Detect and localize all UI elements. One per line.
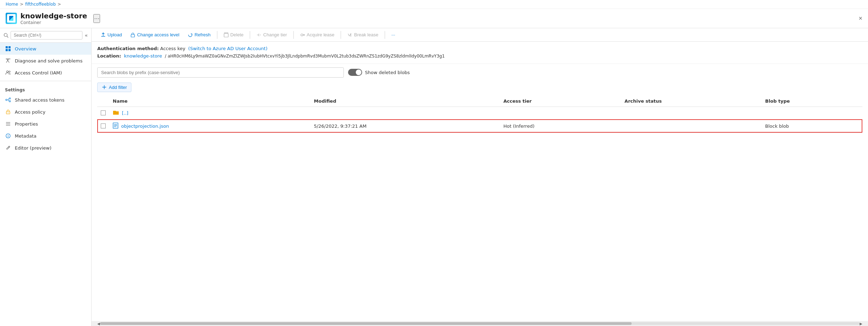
file-name-link[interactable]: objectprojection.json [121, 123, 169, 129]
upload-button[interactable]: Upload [97, 30, 125, 39]
main-content: Upload Change access level Refresh Delet… [92, 28, 868, 326]
refresh-icon [188, 32, 193, 37]
folder-icon [113, 110, 119, 116]
sidebar-item-iam[interactable]: Access Control (IAM) [0, 67, 91, 79]
iam-icon [5, 70, 11, 76]
file-icon [113, 122, 118, 130]
scroll-thumb[interactable] [100, 322, 632, 325]
scroll-right-arrow[interactable]: ▶ [860, 322, 862, 326]
toolbar-sep-1 [217, 31, 217, 39]
svg-point-9 [9, 98, 11, 99]
toolbar-sep-4 [341, 31, 341, 39]
metadata-icon [5, 133, 11, 139]
row-checkbox[interactable] [101, 110, 106, 115]
sidebar-search-box: « [0, 28, 91, 43]
toolbar: Upload Change access level Refresh Delet… [92, 28, 868, 42]
sidebar-item-editor-label: Editor (preview) [15, 145, 51, 151]
location-link[interactable]: knowledge-store [124, 53, 162, 59]
delete-button[interactable]: Delete [220, 30, 247, 39]
scroll-left-arrow[interactable]: ◀ [97, 322, 100, 326]
col-modified: Modified [310, 96, 500, 107]
table-row[interactable]: [..] [97, 107, 862, 119]
breadcrumb-home[interactable]: Home [6, 2, 18, 7]
collapse-sidebar-button[interactable]: « [85, 32, 88, 38]
add-filter-button[interactable]: Add filter [97, 83, 131, 92]
refresh-button[interactable]: Refresh [184, 30, 214, 39]
editor-icon [5, 145, 11, 151]
svg-line-19 [8, 147, 9, 147]
auth-info: Authentication method: Access key (Switc… [92, 42, 868, 64]
top-bar: knowledge-store Container ··· × [0, 9, 868, 28]
sidebar-item-iam-label: Access Control (IAM) [15, 70, 62, 76]
svg-rect-2 [6, 46, 8, 48]
breadcrumb-sep1: > [20, 2, 23, 7]
app-icon [6, 13, 17, 24]
table-row[interactable]: objectprojection.json5/26/2022, 9:37:21 … [97, 119, 862, 133]
sidebar-search-input[interactable] [11, 31, 82, 40]
blob-table: Name Modified Access tier Archive status… [97, 96, 862, 133]
sidebar-item-diagnose[interactable]: Diagnose and solve problems [0, 55, 91, 67]
close-button[interactable]: × [858, 15, 862, 22]
row-checkbox[interactable] [101, 123, 106, 128]
blob-table-container: Name Modified Access tier Archive status… [92, 96, 868, 321]
location-label: Location: [97, 53, 121, 59]
change-tier-button[interactable]: Change tier [253, 30, 290, 39]
cell-archive-status [621, 107, 762, 119]
col-archive-status: Archive status [621, 96, 762, 107]
sidebar-item-editor[interactable]: Editor (preview) [0, 142, 91, 154]
cell-modified: 5/26/2022, 9:37:21 AM [310, 119, 500, 133]
break-lease-icon [347, 32, 352, 37]
table-header: Name Modified Access tier Archive status… [97, 96, 862, 107]
sidebar-item-metadata[interactable]: Metadata [0, 130, 91, 142]
scroll-track[interactable] [100, 322, 860, 325]
blob-search-input[interactable] [97, 67, 344, 78]
sidebar: « Overview Diagnose and solve problems A… [0, 28, 92, 326]
toolbar-sep-5 [385, 31, 385, 39]
sidebar-divider [0, 81, 91, 81]
file-name-link[interactable]: [..] [122, 110, 128, 116]
diagnose-icon [5, 58, 11, 64]
select-all-header [97, 96, 109, 107]
sidebar-item-access-policy[interactable]: Access policy [0, 106, 91, 118]
auth-method-text: Access key [160, 46, 185, 51]
sidebar-item-properties-label: Properties [15, 121, 38, 127]
sidebar-item-overview[interactable]: Overview [0, 43, 91, 55]
breadcrumb-account[interactable]: fifthcoffeeblob [25, 2, 56, 7]
filter-row: Add filter [92, 81, 868, 96]
settings-section-label: Settings [0, 83, 91, 94]
delete-icon [224, 32, 229, 37]
resource-subtitle: Container [20, 20, 87, 25]
location-path: / aHR0cHM6Ly9maWZ0aGNvZmZlZWJsb2IubHVtcx… [165, 54, 445, 59]
svg-point-7 [9, 71, 10, 72]
cell-access-tier: Hot (Inferred) [500, 119, 621, 133]
svg-rect-3 [8, 46, 11, 48]
acquire-lease-button[interactable]: Acquire lease [297, 30, 338, 39]
resource-title: knowledge-store [20, 12, 87, 20]
cell-access-tier [500, 107, 621, 119]
svg-point-25 [301, 34, 303, 36]
toolbar-sep-2 [250, 31, 250, 39]
upload-icon [101, 32, 106, 37]
sidebar-item-diagnose-label: Diagnose and solve problems [15, 58, 82, 64]
more-options-button[interactable]: ··· [93, 14, 100, 23]
switch-to-aad-link[interactable]: (Switch to Azure AD User Account) [188, 46, 267, 51]
shared-access-icon [5, 97, 11, 103]
sidebar-item-properties[interactable]: Properties [0, 118, 91, 130]
sidebar-item-metadata-label: Metadata [15, 133, 37, 139]
sidebar-item-shared-access[interactable]: Shared access tokens [0, 94, 91, 106]
change-access-icon [130, 32, 135, 37]
svg-point-12 [8, 113, 8, 113]
col-blob-type: Blob type [762, 96, 862, 107]
change-access-button[interactable]: Change access level [127, 30, 183, 39]
svg-point-10 [9, 101, 11, 102]
table-body: [..]objectprojection.json5/26/2022, 9:37… [97, 107, 862, 133]
show-deleted-toggle[interactable] [348, 69, 362, 76]
access-policy-icon [5, 109, 11, 115]
overview-icon [5, 46, 11, 52]
break-lease-button[interactable]: Break lease [344, 30, 382, 39]
col-access-tier: Access tier [500, 96, 621, 107]
cell-blob-type: Block blob [762, 119, 862, 133]
horizontal-scrollbar[interactable]: ◀ ▶ [92, 321, 868, 326]
auth-method-label: Authentication method: [97, 46, 159, 51]
more-toolbar-button[interactable]: ··· [388, 30, 399, 39]
